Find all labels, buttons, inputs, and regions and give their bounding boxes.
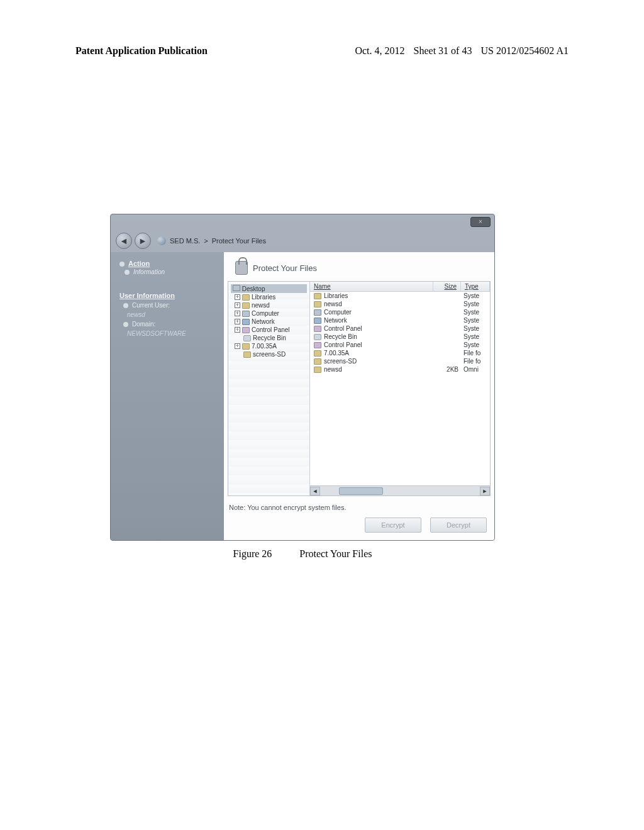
list-item[interactable]: 7.00.35AFile fo xyxy=(310,349,490,357)
sidebar-item-information-label: Information xyxy=(133,268,165,275)
bullet-icon xyxy=(123,303,128,308)
desktop-icon xyxy=(233,285,240,291)
scroll-track[interactable] xyxy=(320,487,480,495)
crumb-app[interactable]: SED M.S. xyxy=(170,237,200,245)
item-type: Syste xyxy=(461,317,490,324)
col-size[interactable]: Size xyxy=(433,282,461,291)
main-panel: Protect Your Files Desktop +Libraries +n… xyxy=(224,252,494,540)
arrow-right-icon: ► xyxy=(138,236,147,246)
item-icon xyxy=(314,293,321,299)
list-item[interactable]: Control PanelSyste xyxy=(310,324,490,333)
pub-right: Oct. 4, 2012 Sheet 31 of 43 US 2012/0254… xyxy=(348,45,569,57)
figure-wrap: × ◄ ► SED M.S. > Protect Your Files Acti… xyxy=(110,214,495,560)
back-button[interactable]: ◄ xyxy=(116,233,132,249)
tree-label: newsd xyxy=(252,302,270,309)
tree-node-computer[interactable]: +Computer xyxy=(235,309,307,318)
list-item[interactable]: newsd2KBOmni xyxy=(310,365,490,374)
item-name: newsd xyxy=(324,366,342,373)
list-item[interactable]: Recycle BinSyste xyxy=(310,333,490,341)
tree-node-screens-sd[interactable]: screens-SD xyxy=(235,350,307,358)
item-size xyxy=(433,325,461,332)
expand-icon[interactable]: + xyxy=(235,327,240,333)
tree-node-libraries[interactable]: +Libraries xyxy=(235,293,307,301)
crumb-page[interactable]: Protect Your Files xyxy=(212,237,266,245)
col-type[interactable]: Type xyxy=(461,282,490,291)
tree-node-newsd[interactable]: +newsd xyxy=(235,301,307,309)
item-name: screens-SD xyxy=(324,358,357,365)
page-header: Patent Application Publication Oct. 4, 2… xyxy=(75,45,569,57)
tree-node-control-panel[interactable]: +Control Panel xyxy=(235,326,307,334)
item-icon xyxy=(314,358,321,365)
item-size xyxy=(433,317,461,324)
control-panel-icon xyxy=(242,327,250,333)
item-name: Network xyxy=(324,317,347,324)
list-item[interactable]: screens-SDFile fo xyxy=(310,357,490,365)
item-type: Syste xyxy=(461,325,490,332)
close-button[interactable]: × xyxy=(470,217,491,227)
sidebar-item-information[interactable]: Information xyxy=(125,268,218,275)
figure-title: Protect Your Files xyxy=(299,548,372,559)
item-name: Control Panel xyxy=(324,325,362,332)
item-icon xyxy=(314,342,321,348)
tree-label: Libraries xyxy=(252,294,275,301)
item-type: Syste xyxy=(461,309,490,316)
folder-tree[interactable]: Desktop +Libraries +newsd +Computer +Net… xyxy=(228,282,310,495)
arrow-left-icon: ◄ xyxy=(119,236,128,246)
tree-node-network[interactable]: +Network xyxy=(235,318,307,326)
item-icon xyxy=(314,334,321,340)
expand-icon[interactable]: + xyxy=(235,343,240,349)
sidebar-label-current-user: Current User: xyxy=(123,302,218,309)
item-icon xyxy=(314,350,321,357)
expand-icon[interactable]: + xyxy=(235,319,240,324)
list-item[interactable]: LibrariesSyste xyxy=(310,292,490,300)
tree-node-recycle-bin[interactable]: Recycle Bin xyxy=(235,334,307,342)
item-size xyxy=(433,301,461,307)
page-title-text: Protect Your Files xyxy=(253,263,317,273)
bullet-icon xyxy=(119,262,125,267)
note-text: Note: You cannot encrypt system files. xyxy=(229,504,347,511)
forward-button[interactable]: ► xyxy=(135,233,151,249)
tree-label: Computer xyxy=(252,310,279,317)
horizontal-scrollbar[interactable]: ◄ ► xyxy=(310,485,490,495)
scroll-thumb[interactable] xyxy=(339,487,383,495)
encrypt-button[interactable]: Encrypt xyxy=(365,517,421,533)
file-list[interactable]: Name Size Type LibrariesSystenewsdSysteC… xyxy=(310,282,490,495)
pub-label: Patent Application Publication xyxy=(75,45,208,57)
decrypt-button[interactable]: Decrypt xyxy=(430,517,487,533)
list-item[interactable]: NetworkSyste xyxy=(310,316,490,324)
item-size xyxy=(433,333,461,340)
scroll-left-button[interactable]: ◄ xyxy=(310,487,320,495)
folder-icon xyxy=(242,302,250,309)
item-type: Syste xyxy=(461,341,490,348)
bullet-icon xyxy=(123,322,128,327)
list-header[interactable]: Name Size Type xyxy=(310,282,490,292)
scroll-right-button[interactable]: ► xyxy=(480,487,490,495)
pub-date: Oct. 4, 2012 xyxy=(355,45,404,56)
item-type: File fo xyxy=(461,358,490,365)
col-name[interactable]: Name xyxy=(310,282,433,291)
expand-icon[interactable]: + xyxy=(235,302,240,308)
tree-root-desktop[interactable]: Desktop xyxy=(231,284,307,293)
recycle-bin-icon xyxy=(243,335,251,341)
list-item[interactable]: newsdSyste xyxy=(310,300,490,308)
sidebar-cat-action[interactable]: Action xyxy=(119,260,218,267)
tree-label: Recycle Bin xyxy=(253,335,286,341)
sidebar: Action Information User Information Curr… xyxy=(111,252,224,540)
item-name: Recycle Bin xyxy=(324,333,357,340)
expand-icon[interactable]: + xyxy=(235,311,240,316)
item-size xyxy=(433,350,461,357)
globe-icon xyxy=(157,236,166,245)
folder-icon xyxy=(242,294,250,301)
folder-icon xyxy=(243,351,251,358)
item-icon xyxy=(314,301,321,307)
sidebar-cat-action-label: Action xyxy=(128,260,150,267)
expand-icon[interactable]: + xyxy=(235,294,240,300)
tree-label: 7.00.35A xyxy=(252,343,277,350)
item-type: File fo xyxy=(461,350,490,357)
pub-number: US 2012/0254602 A1 xyxy=(480,45,569,56)
list-item[interactable]: Control PanelSyste xyxy=(310,341,490,349)
tree-node-70035a[interactable]: +7.00.35A xyxy=(235,342,307,350)
sidebar-value-current-user: newsd xyxy=(127,311,218,318)
computer-icon xyxy=(242,311,250,317)
list-item[interactable]: ComputerSyste xyxy=(310,308,490,316)
